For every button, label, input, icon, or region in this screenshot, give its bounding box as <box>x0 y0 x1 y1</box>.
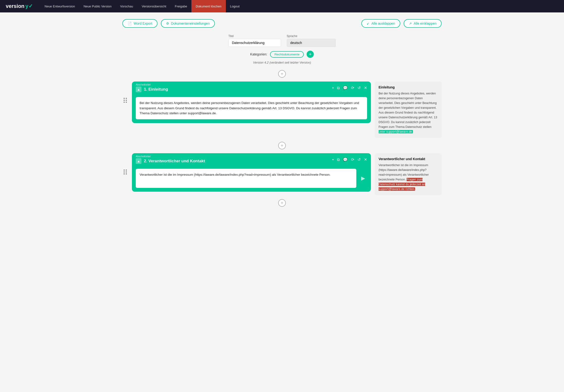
preview-1-highlight: unter support@laware.de. <box>379 130 413 133</box>
document-meta: Titel Sprache Kategorien: Rechtsdokument… <box>122 34 442 64</box>
section-2-title-row: ▲ 2. Verantwortlicher und Kontakt <box>136 158 205 164</box>
collapse-all-button[interactable]: ↗ Alle einklappen <box>404 19 442 28</box>
nav-menu: Neue Entwurfsversion Neue Public Version… <box>40 0 558 13</box>
doc-settings-button[interactable]: ⚙ Dokumenteneinstellungen <box>161 19 215 28</box>
title-label: Titel <box>228 34 281 38</box>
section-2-header: Abschnittstitel ▲ 2. Verantwortlicher un… <box>132 153 371 166</box>
section-2-body: Verantwortlicher ist die im Impressum (h… <box>132 166 371 192</box>
section-2-content[interactable]: Verantwortlicher ist die im Impressum (h… <box>136 169 356 188</box>
section-1-content[interactable]: Bei der Nutzung dieses Angebotes, werden… <box>136 97 367 119</box>
undo-icon-1[interactable]: ↺ <box>358 85 361 90</box>
settings-icon: ⚙ <box>166 22 169 25</box>
collapse-all-label: Alle einklappen <box>414 22 436 25</box>
add-section-button-middle[interactable]: + <box>278 142 286 149</box>
section-row-1: Abschnittstitel ▲ 1. Einleitung • ⧉ 💬 ⟳ … <box>122 82 442 138</box>
add-section-button-bottom[interactable]: + <box>278 199 286 207</box>
logo: versiony✓ <box>6 3 33 9</box>
comment-icon-1[interactable]: 💬 <box>343 85 348 90</box>
section-2-arrow: ▶ <box>359 175 367 182</box>
section-1-subtitle: Abschnittstitel <box>136 84 168 86</box>
bullet-icon-2[interactable]: • <box>332 157 334 162</box>
section-2-header-left: Abschnittstitel ▲ 2. Verantwortlicher un… <box>136 155 205 164</box>
add-section-top: + <box>122 70 442 78</box>
section-card-2: Abschnittstitel ▲ 2. Verantwortlicher un… <box>132 153 371 192</box>
close-icon-2[interactable]: ✕ <box>364 157 367 162</box>
section-2-subtitle: Abschnittstitel <box>136 155 205 158</box>
close-icon-1[interactable]: ✕ <box>364 85 367 90</box>
section-card-1: Abschnittstitel ▲ 1. Einleitung • ⧉ 💬 ⟳ … <box>132 82 371 123</box>
expand-all-label: Alle ausklappen <box>371 22 395 25</box>
word-export-label: Word Export <box>134 22 152 25</box>
navbar: versiony✓ Neue Entwurfsversion Neue Publ… <box>0 0 564 13</box>
section-1-header: Abschnittstitel ▲ 1. Einleitung • ⧉ 💬 ⟳ … <box>132 82 371 94</box>
doc-settings-label: Dokumenteneinstellungen <box>171 22 210 25</box>
drag-handle-2[interactable] <box>122 168 128 174</box>
preview-panel-2: Verantwortlicher und Kontakt Verantwortl… <box>375 153 442 195</box>
nav-logout[interactable]: Logout <box>226 0 244 13</box>
bullet-icon-1[interactable]: • <box>332 86 334 90</box>
categories-label: Kategorien: <box>250 52 267 56</box>
section-2-up-button[interactable]: ▲ <box>136 158 141 164</box>
word-export-icon: 📄 <box>128 22 132 25</box>
main-content: 📄 Word Export ⚙ Dokumenteneinstellungen … <box>115 13 449 217</box>
drag-handle-1[interactable] <box>122 96 128 103</box>
category-tag[interactable]: Rechtsdokumente <box>270 51 304 58</box>
title-field-group: Titel <box>228 34 281 47</box>
preview-1-body: Bei der Nutzung dieses Angebotes, werden… <box>379 91 438 134</box>
history-icon-2[interactable]: ⟳ <box>351 157 354 162</box>
comment-icon-2[interactable]: 💬 <box>343 157 348 162</box>
nav-freigabe[interactable]: Freigabe <box>171 0 192 13</box>
preview-2-title: Verantwortlicher und Kontakt <box>379 157 438 161</box>
section-1-body: Bei der Nutzung dieses Angebotes, werden… <box>132 94 371 123</box>
right-arrow-icon: ▶ <box>361 175 365 182</box>
expand-icon: ↙ <box>367 22 370 25</box>
section-1-content-text: Bei der Nutzung dieses Angebotes, werden… <box>139 101 359 115</box>
copy-icon-1[interactable]: ⧉ <box>337 86 340 90</box>
undo-icon-2[interactable]: ↺ <box>358 157 361 162</box>
add-section-middle: + <box>122 142 442 149</box>
title-input[interactable] <box>228 39 281 47</box>
toolbar: 📄 Word Export ⚙ Dokumenteneinstellungen … <box>122 19 442 28</box>
categories-row: Kategorien: Rechtsdokumente + <box>250 51 314 58</box>
add-category-button[interactable]: + <box>307 51 314 58</box>
nav-neue-entwurfsversion[interactable]: Neue Entwurfsversion <box>40 0 79 13</box>
logo-y: y✓ <box>25 3 32 9</box>
copy-icon-2[interactable]: ⧉ <box>337 157 340 162</box>
history-icon-1[interactable]: ⟳ <box>351 85 354 90</box>
nav-neue-public-version[interactable]: Neue Public Version <box>79 0 116 13</box>
toolbar-left: 📄 Word Export ⚙ Dokumenteneinstellungen <box>122 19 215 28</box>
section-1-up-button[interactable]: ▲ <box>136 86 141 92</box>
section-2-content-text: Verantwortlicher ist die im Impressum (h… <box>139 173 330 176</box>
add-section-button-top[interactable]: + <box>278 70 286 78</box>
preview-1-title: Einleitung <box>379 85 438 89</box>
section-2-title: 2. Verantwortlicher und Kontakt <box>144 159 205 164</box>
nav-vorschau[interactable]: Vorschau <box>116 0 138 13</box>
nav-versionsübersicht[interactable]: Versionsübersicht <box>138 0 171 13</box>
section-1-title-row: ▲ 1. Einleitung <box>136 86 168 92</box>
preview-1-body-before: Bei der Nutzung dieses Angebotes, werden… <box>379 92 437 129</box>
section-row-2: Abschnittstitel ▲ 2. Verantwortlicher un… <box>122 153 442 195</box>
collapse-icon: ↗ <box>409 22 412 25</box>
section-1-header-left: Abschnittstitel ▲ 1. Einleitung <box>136 84 168 92</box>
expand-all-button[interactable]: ↙ Alle ausklappen <box>361 19 400 28</box>
preview-panel-1: Einleitung Bei der Nutzung dieses Angebo… <box>375 82 442 138</box>
word-export-button[interactable]: 📄 Word Export <box>122 19 157 28</box>
version-text: Version 4.2 (verändert seit letzter Vers… <box>253 61 311 64</box>
doc-fields: Titel Sprache <box>228 34 336 47</box>
language-field-group: Sprache <box>287 34 336 47</box>
nav-dokument-löschen[interactable]: Dokument löschen <box>192 0 226 13</box>
language-input[interactable] <box>287 39 336 47</box>
logo-text: version <box>6 3 24 9</box>
language-label: Sprache <box>287 34 336 38</box>
section-1-title: 1. Einleitung <box>144 87 168 92</box>
section-2-header-right: • ⧉ 💬 ⟳ ↺ ✕ <box>332 157 367 162</box>
toolbar-right: ↙ Alle ausklappen ↗ Alle einklappen <box>361 19 442 28</box>
preview-2-body: Verantwortlicher ist die im Impressum (h… <box>379 163 438 192</box>
section-1-header-right: • ⧉ 💬 ⟳ ↺ ✕ <box>332 85 367 90</box>
add-section-bottom: + <box>122 199 442 207</box>
